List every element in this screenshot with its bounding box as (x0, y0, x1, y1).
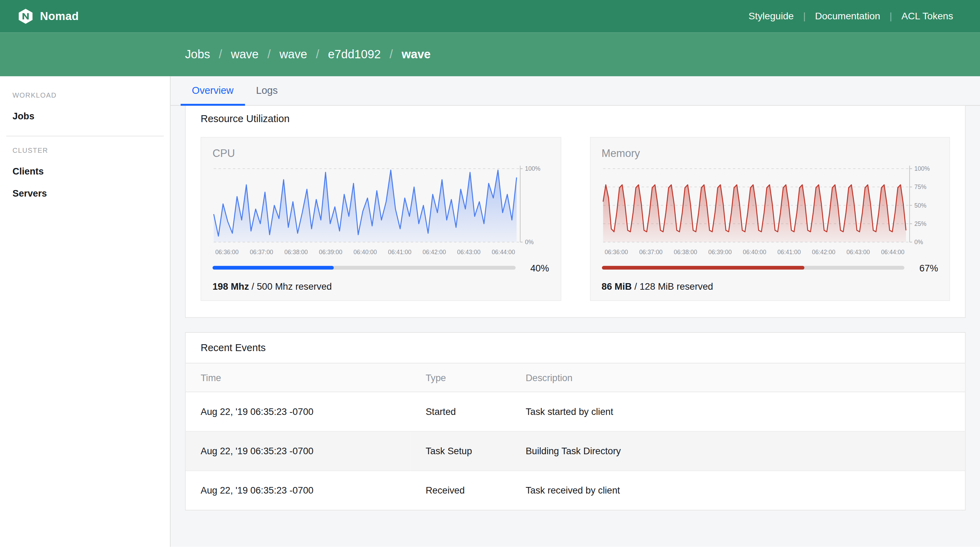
memory-panel-title: Memory (601, 148, 938, 160)
nav-link-acl-tokens[interactable]: ACL Tokens (892, 11, 963, 22)
svg-text:06:42:00: 06:42:00 (422, 249, 446, 255)
svg-text:06:41:00: 06:41:00 (777, 249, 800, 255)
memory-progress-fill (601, 266, 805, 270)
svg-text:75%: 75% (914, 183, 926, 190)
cpu-panel-title: CPU (213, 148, 549, 160)
breadcrumb-current-task: wave (401, 48, 430, 61)
breadcrumb-separator: / (390, 48, 393, 61)
svg-text:06:41:00: 06:41:00 (388, 249, 411, 255)
svg-text:06:44:00: 06:44:00 (492, 249, 515, 255)
svg-text:06:37:00: 06:37:00 (639, 249, 662, 255)
tab-logs[interactable]: Logs (245, 76, 289, 105)
resource-utilization-card: Resource Utilization CPU 100%0%06:36:000… (185, 106, 966, 318)
svg-text:06:40:00: 06:40:00 (353, 249, 377, 255)
sidebar-item-jobs[interactable]: Jobs (0, 105, 170, 127)
main-content: Overview Logs Resource Utilization CPU 1… (170, 76, 980, 547)
column-header-description: Description (511, 364, 965, 392)
svg-text:06:38:00: 06:38:00 (284, 249, 308, 255)
event-time: Aug 22, '19 06:35:23 -0700 (186, 431, 411, 470)
cpu-progress-track (213, 266, 515, 270)
event-description: Building Task Directory (511, 431, 965, 470)
svg-text:06:36:00: 06:36:00 (605, 249, 628, 255)
recent-events-card: Recent Events Time Type Description Aug … (185, 332, 966, 510)
sidebar-section-cluster: CLUSTER (0, 146, 170, 154)
recent-events-table: Time Type Description Aug 22, '19 06:35:… (186, 364, 965, 510)
cpu-reserved-value: / 500 Mhz reserved (249, 281, 332, 292)
cpu-panel: CPU 100%0%06:36:0006:37:0006:38:0006:39:… (200, 137, 561, 301)
table-row: Aug 22, '19 06:35:23 -0700 Task Setup Bu… (186, 431, 965, 470)
event-time: Aug 22, '19 06:35:23 -0700 (186, 392, 411, 431)
nomad-logo-icon (18, 8, 34, 24)
resource-utilization-title: Resource Utilization (200, 113, 950, 124)
svg-text:06:37:00: 06:37:00 (250, 249, 273, 255)
tab-bar: Overview Logs (170, 76, 980, 105)
column-header-type: Type (411, 364, 511, 392)
event-description: Task received by client (511, 471, 965, 510)
sidebar-divider (6, 136, 164, 137)
svg-text:0%: 0% (914, 239, 923, 246)
cpu-progress-fill (213, 266, 334, 270)
table-row: Aug 22, '19 06:35:23 -0700 Started Task … (186, 392, 965, 431)
breadcrumb-separator: / (267, 48, 271, 61)
top-bar: Nomad Styleguide | Documentation | ACL T… (0, 0, 980, 32)
sidebar-item-servers[interactable]: Servers (0, 182, 170, 204)
memory-usage-text: 86 MiB / 128 MiB reserved (601, 281, 938, 292)
breadcrumb-separator: / (219, 48, 222, 61)
event-type: Started (411, 392, 511, 431)
sidebar: WORKLOAD Jobs CLUSTER Clients Servers (0, 76, 170, 547)
svg-text:25%: 25% (914, 220, 926, 227)
breadcrumb-bar: Jobs / wave / wave / e7dd1092 / wave (0, 32, 980, 76)
nomad-app: Nomad Styleguide | Documentation | ACL T… (0, 0, 980, 547)
svg-text:06:43:00: 06:43:00 (457, 249, 481, 255)
sidebar-item-clients[interactable]: Clients (0, 160, 170, 182)
breadcrumb: Jobs / wave / wave / e7dd1092 / wave (185, 48, 431, 61)
svg-text:50%: 50% (914, 202, 926, 209)
events-header-row: Time Type Description (186, 364, 965, 392)
svg-text:06:44:00: 06:44:00 (881, 249, 904, 255)
svg-text:06:43:00: 06:43:00 (846, 249, 870, 255)
sidebar-section-workload: WORKLOAD (0, 91, 170, 99)
svg-text:100%: 100% (914, 165, 930, 172)
recent-events-title: Recent Events (186, 333, 965, 364)
event-type: Task Setup (411, 431, 511, 470)
breadcrumb-jobs[interactable]: Jobs (185, 48, 210, 61)
breadcrumb-job-wave[interactable]: wave (231, 48, 258, 61)
svg-text:06:39:00: 06:39:00 (708, 249, 732, 255)
svg-text:06:38:00: 06:38:00 (673, 249, 697, 255)
event-description: Task started by client (511, 392, 965, 431)
svg-text:06:40:00: 06:40:00 (743, 249, 766, 255)
svg-text:0%: 0% (525, 239, 534, 246)
brand-name: Nomad (40, 10, 79, 23)
memory-reserved-value: / 128 MiB reserved (632, 281, 713, 292)
svg-text:06:39:00: 06:39:00 (319, 249, 342, 255)
event-time: Aug 22, '19 06:35:23 -0700 (186, 471, 411, 510)
breadcrumb-separator: / (316, 48, 320, 61)
column-header-time: Time (186, 364, 411, 392)
brand[interactable]: Nomad (18, 8, 79, 24)
memory-usage-value: 86 MiB (601, 281, 632, 292)
cpu-usage-value: 198 Mhz (213, 281, 249, 292)
memory-percent-label: 67% (917, 263, 938, 273)
nav-separator: | (803, 11, 806, 22)
tab-overview[interactable]: Overview (181, 76, 245, 105)
table-row: Aug 22, '19 06:35:23 -0700 Received Task… (186, 471, 965, 510)
top-nav: Styleguide | Documentation | ACL Tokens (739, 11, 963, 22)
breadcrumb-taskgroup-wave[interactable]: wave (280, 48, 307, 61)
nav-link-styleguide[interactable]: Styleguide (739, 11, 803, 22)
cpu-percent-label: 40% (528, 263, 549, 273)
cpu-chart: 100%0%06:36:0006:37:0006:38:0006:39:0006… (213, 163, 549, 258)
nav-separator: | (889, 11, 892, 22)
memory-panel: Memory 100%75%50%25%0%06:36:0006:37:0006… (590, 137, 950, 301)
breadcrumb-alloc-id[interactable]: e7dd1092 (328, 48, 381, 61)
event-type: Received (411, 471, 511, 510)
nav-link-documentation[interactable]: Documentation (806, 11, 890, 22)
cpu-usage-text: 198 Mhz / 500 Mhz reserved (213, 281, 549, 292)
memory-progress-track (601, 266, 905, 270)
svg-text:06:42:00: 06:42:00 (811, 249, 835, 255)
svg-text:100%: 100% (525, 165, 541, 172)
svg-text:06:36:00: 06:36:00 (215, 249, 239, 255)
memory-chart: 100%75%50%25%0%06:36:0006:37:0006:38:000… (601, 163, 938, 258)
